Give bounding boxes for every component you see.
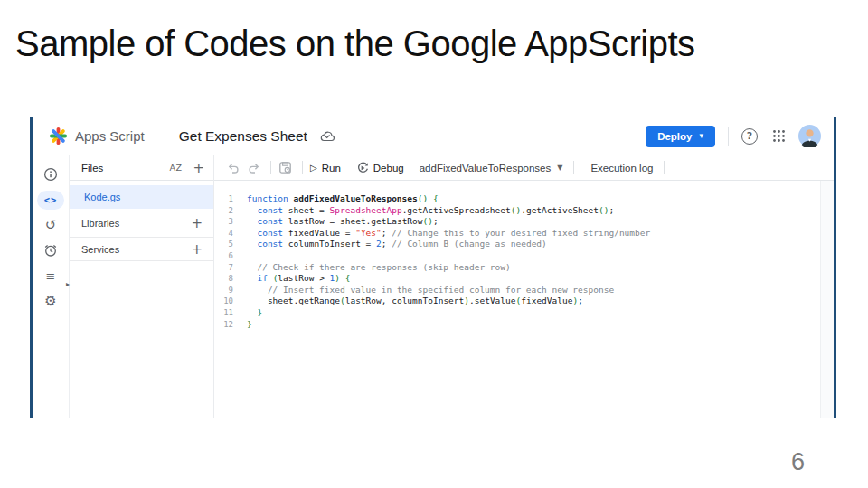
slide-title: Sample of Codes on the Google AppScripts [15, 23, 695, 64]
toolbar-divider [664, 161, 665, 174]
app-header: Apps Script Get Expenses Sheet Deploy ▾ … [33, 117, 834, 155]
toolbar-divider [270, 161, 271, 174]
overview-info-icon[interactable] [37, 163, 64, 186]
line-number: 8 [214, 273, 247, 285]
page-number: 6 [791, 448, 805, 476]
redo-icon[interactable] [248, 162, 260, 174]
brand-name: Apps Script [75, 128, 145, 144]
line-number: 2 [214, 205, 247, 217]
libraries-label: Libraries [81, 218, 119, 229]
toolbar-divider [302, 161, 303, 174]
code-area[interactable]: 1function addFixedValueToResponses() {2 … [214, 181, 834, 330]
code-line[interactable]: 3 const lastRow = sheet.getLastRow(); [214, 216, 834, 228]
line-number: 5 [214, 239, 247, 250]
files-panel-header: Files AZ + [70, 155, 213, 181]
deploy-label: Deploy [657, 131, 692, 142]
caret-down-icon: ▼ [557, 164, 562, 172]
add-file-icon[interactable]: + [193, 160, 204, 176]
code-line[interactable]: 10 sheet.getRange(lastRow, columnToInser… [214, 296, 834, 307]
executions-play-icon: ▸ [66, 280, 70, 288]
run-button[interactable]: ▷ Run [310, 163, 341, 174]
debug-icon [356, 162, 369, 174]
line-number: 7 [214, 262, 247, 274]
line-number: 12 [214, 319, 247, 331]
execution-log-button[interactable]: Execution log [590, 163, 653, 174]
debug-button[interactable]: Debug [356, 162, 404, 174]
run-label: Run [322, 163, 341, 174]
code-line[interactable]: 4 const fixedValue = "Yes"; // Change th… [214, 228, 834, 239]
debug-label: Debug [373, 163, 404, 174]
project-history-icon[interactable]: ↺ [37, 213, 64, 237]
line-number: 9 [214, 285, 247, 296]
settings-gear-icon[interactable]: ⚙ [37, 289, 64, 313]
undo-icon[interactable] [227, 162, 240, 174]
apps-script-logo-icon [49, 127, 68, 145]
function-selector-value: addFixedValueToResponses [420, 163, 552, 174]
project-title[interactable]: Get Expenses Sheet [179, 128, 307, 145]
deploy-button[interactable]: Deploy ▾ [646, 126, 715, 147]
toolbar-divider [573, 161, 574, 174]
code-line[interactable]: 2 const sheet = SpreadsheetApp.getActive… [214, 205, 834, 217]
add-library-icon[interactable]: + [191, 215, 203, 231]
line-number: 11 [214, 307, 247, 319]
left-rail: <> ↺ ≡ ▸ ⚙ [33, 155, 70, 418]
triggers-alarm-icon[interactable] [37, 239, 64, 262]
app-body: <> ↺ ≡ ▸ ⚙ [33, 155, 834, 418]
save-status-cloud-icon [320, 130, 335, 142]
run-play-icon: ▷ [310, 163, 317, 173]
slide: Sample of Codes on the Google AppScripts… [0, 0, 868, 488]
apps-script-window: Apps Script Get Expenses Sheet Deploy ▾ … [30, 117, 836, 418]
code-line[interactable]: 1function addFixedValueToResponses() { [214, 193, 834, 205]
function-selector-dropdown[interactable]: addFixedValueToResponses ▼ [420, 163, 563, 174]
libraries-section[interactable]: Libraries + [70, 211, 213, 235]
files-label: Files [81, 163, 103, 174]
code-brackets-icon: <> [44, 194, 58, 205]
code-line[interactable]: 7 // Check if there are responses (skip … [214, 262, 834, 274]
sort-files-icon[interactable]: AZ [169, 163, 182, 173]
code-line[interactable]: 8 if (lastRow > 1) { [214, 273, 834, 285]
editor-toolbar: ▷ Run Debug a [214, 155, 834, 181]
executions-icon[interactable]: ≡ ▸ [37, 264, 64, 287]
code-line[interactable]: 12} [214, 319, 834, 331]
line-number: 1 [214, 193, 247, 205]
code-editor: ▷ Run Debug a [214, 155, 834, 418]
google-apps-grid-icon[interactable] [772, 129, 786, 143]
line-number: 4 [214, 228, 247, 239]
caret-down-icon: ▾ [699, 132, 703, 140]
executions-lines-icon: ≡ [46, 269, 56, 283]
code-line[interactable]: 5 const columnToInsert = 2; // Column B … [214, 239, 834, 250]
file-name: Kode.gs [84, 192, 120, 202]
line-number: 6 [214, 250, 247, 262]
code-line[interactable]: 11 } [214, 307, 834, 319]
editor-selected-pill: <> [37, 191, 64, 210]
help-icon[interactable]: ? [741, 128, 758, 145]
editor-icon[interactable]: <> [37, 188, 64, 211]
line-number: 10 [214, 296, 247, 307]
services-section[interactable]: Services + [70, 237, 213, 261]
files-panel: Files AZ + Kode.gs Libraries + Services … [70, 155, 214, 418]
code-line[interactable]: 6 [214, 250, 834, 262]
add-service-icon[interactable]: + [191, 241, 203, 258]
line-number: 3 [214, 216, 247, 228]
user-avatar[interactable] [798, 125, 821, 147]
editor-scrollbar[interactable] [820, 181, 834, 418]
code-line[interactable]: 9 // Insert fixed value in the specified… [214, 285, 834, 296]
header-divider [728, 127, 729, 146]
file-item-kode-gs[interactable]: Kode.gs [70, 185, 213, 209]
services-label: Services [81, 244, 119, 255]
save-project-icon[interactable] [278, 161, 292, 174]
